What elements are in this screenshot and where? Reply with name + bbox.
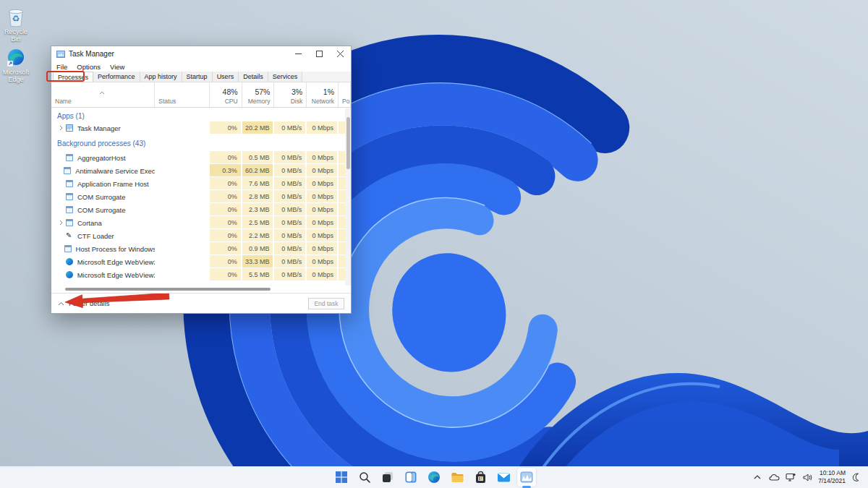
edge-button[interactable] [425,468,443,487]
edge-icon [6,48,26,68]
process-row[interactable]: Antimalware Service Executable... 0.3% 6… [51,164,351,177]
store-bag-icon [475,471,487,484]
tray-time: 10:10 AM [818,469,846,477]
process-row[interactable]: Application Frame Host 0% 7.6 MB 0 MB/s … [51,177,351,190]
app-window-icon [66,206,73,213]
app-window-icon [66,180,73,187]
edge-icon [427,471,441,484]
vertical-scrollbar[interactable] [345,108,351,286]
recycle-bin-icon: ♻ [6,6,26,27]
tab-users[interactable]: Users [213,72,239,82]
column-network[interactable]: 1%Network [307,82,339,107]
task-manager-taskbar-button[interactable] [517,468,536,487]
app-window-icon [66,154,73,161]
store-button[interactable] [471,468,490,487]
group-header-apps[interactable]: Apps (1) [51,111,351,121]
search-icon [359,471,371,484]
start-button[interactable] [332,468,351,487]
sort-ascending-icon [99,85,105,98]
tab-performance[interactable]: Performance [93,72,140,82]
footer-bar: Fewer details End task [51,293,351,313]
edge-webview-icon [66,271,73,278]
desktop-icon-label: Microsoft Edge [0,69,32,84]
menu-view[interactable]: View [110,63,124,71]
focus-assist-moon-icon[interactable] [851,469,862,485]
process-row[interactable]: Cortana 0% 2.5 MB 0 MB/s 0 Mbps [51,216,351,229]
task-manager-window: Task Manager File Options View Processes… [51,46,352,314]
app-window-icon [64,167,71,174]
process-row[interactable]: COM Surrogate 0% 2.8 MB 0 MB/s 0 Mbps [51,190,351,203]
tab-processes[interactable]: Processes [53,72,93,82]
process-rows: Apps (1) Task Manager 0% 20.2 MB 0 MB/s … [51,108,351,281]
column-cpu[interactable]: 48%CPU [210,82,242,107]
widgets-icon [404,471,417,484]
clock[interactable]: 10:10 AM 7/14/2021 [818,469,846,484]
edge-webview-icon [66,258,73,265]
desktop-icon-recycle-bin[interactable]: ♻ Recycle Bin [0,6,32,43]
process-row[interactable]: ✎CTF Loader 0% 2.2 MB 0 MB/s 0 Mbps [51,229,351,242]
close-button[interactable] [330,46,351,61]
end-task-button[interactable]: End task [308,298,344,309]
tab-bar: Processes Performance App history Startu… [51,72,351,82]
process-row[interactable]: Task Manager 0% 20.2 MB 0 MB/s 0 Mbps [51,121,351,134]
column-headers: Name Status 48%CPU 57%Memory 3%Disk 1%Ne… [51,82,351,108]
desktop-icon-edge[interactable]: Microsoft Edge [0,48,32,84]
collapse-chevron-icon [58,301,64,306]
search-button[interactable] [355,468,374,487]
process-row[interactable]: Host Process for Windows Tasks 0% 0.9 MB… [51,242,351,255]
menu-bar: File Options View [51,61,351,72]
menu-options[interactable]: Options [77,63,101,71]
process-row[interactable]: COM Surrogate 0% 2.3 MB 0 MB/s 0 Mbps [51,203,351,216]
onedrive-cloud-icon[interactable] [768,469,780,485]
task-manager-process-icon [66,124,73,132]
widgets-button[interactable] [401,468,420,487]
column-name[interactable]: Name [51,82,155,107]
window-title: Task Manager [69,50,288,58]
desktop: ♻ Recycle Bin Microsoft Edge Task Manage… [0,0,868,488]
scrollbar-thumb[interactable] [65,288,271,291]
title-bar: Task Manager [51,46,351,61]
desktop-icon-label: Recycle Bin [0,29,32,43]
expand-chevron-icon[interactable] [57,125,64,131]
fewer-details-toggle[interactable]: Fewer details [58,299,110,307]
tab-details[interactable]: Details [239,72,268,82]
column-power-clipped[interactable]: Po [339,82,351,107]
process-row[interactable]: Microsoft Edge WebView2 0% 5.5 MB 0 MB/s… [51,268,351,281]
mail-button[interactable] [494,468,513,487]
task-manager-app-icon [56,51,65,58]
expand-chevron-icon[interactable] [57,220,64,226]
maximize-button[interactable] [309,46,330,61]
folder-icon [451,471,464,484]
app-window-icon [66,219,73,226]
minimize-button[interactable] [288,46,309,61]
tray-chevron-up-icon[interactable] [752,469,763,485]
task-manager-icon [520,471,533,483]
menu-file[interactable]: File [56,63,67,71]
tab-startup[interactable]: Startup [182,72,213,82]
system-tray: 10:10 AM 7/14/2021 [752,466,862,488]
file-explorer-button[interactable] [448,468,467,487]
app-window-icon [66,193,73,200]
column-status[interactable]: Status [155,82,210,107]
process-row[interactable]: Microsoft Edge WebView2 0% 33.3 MB 0 MB/… [51,255,351,268]
mail-icon [497,472,511,483]
scrollbar-thumb[interactable] [346,117,350,169]
tray-date: 7/14/2021 [818,477,846,485]
process-list: Name Status 48%CPU 57%Memory 3%Disk 1%Ne… [51,82,351,286]
app-window-icon [64,245,72,252]
task-view-button[interactable] [378,468,397,487]
group-header-background[interactable]: Background processes (43) [51,138,351,149]
taskbar: 10:10 AM 7/14/2021 [0,466,868,488]
pen-icon: ✎ [66,232,73,239]
windows-logo-icon [335,471,348,484]
column-disk[interactable]: 3%Disk [274,82,307,107]
network-icon[interactable] [785,469,796,485]
tab-app-history[interactable]: App history [140,72,182,82]
task-view-icon [381,471,394,484]
process-row[interactable]: AggregatorHost 0% 0.5 MB 0 MB/s 0 Mbps [51,151,351,164]
tab-services[interactable]: Services [268,72,303,82]
column-memory[interactable]: 57%Memory [242,82,275,107]
svg-text:♻: ♻ [12,14,20,24]
horizontal-scrollbar[interactable] [51,286,351,293]
volume-icon[interactable] [801,469,813,485]
